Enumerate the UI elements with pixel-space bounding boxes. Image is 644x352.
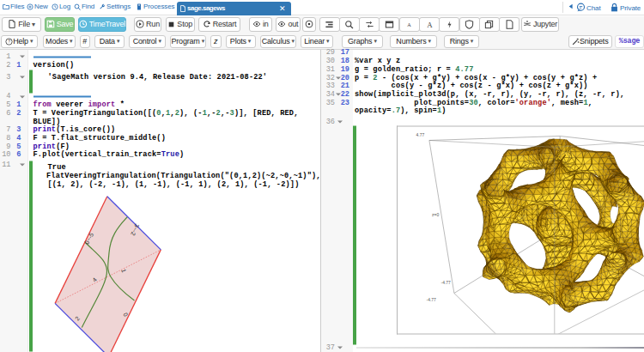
svg-text:z=0: z=0: [432, 212, 439, 217]
svg-text:-4.77: -4.77: [426, 297, 436, 302]
svg-text:-4.77: -4.77: [440, 280, 451, 285]
svg-text:4.77: 4.77: [416, 132, 424, 137]
